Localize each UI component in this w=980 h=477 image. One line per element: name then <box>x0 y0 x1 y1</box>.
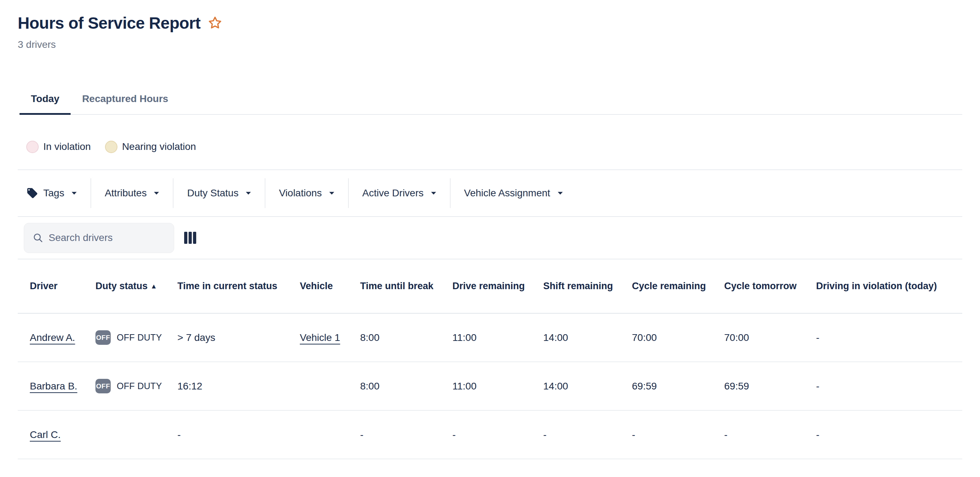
page-header: Hours of Service Report <box>18 13 962 33</box>
column-header-cycle-tomorrow[interactable]: Cycle tomorrow <box>724 260 816 313</box>
search-input[interactable] <box>49 232 165 244</box>
column-header-time-until-break[interactable]: Time until break <box>360 260 452 313</box>
cycle-remaining-cell: 69:59 <box>632 362 724 410</box>
chevron-down-icon <box>71 191 77 195</box>
driving-in-violation-cell: - <box>816 410 962 459</box>
table-row: Carl C. - - - - - - - <box>18 410 962 459</box>
column-header-drive-remaining-label: Drive remaining <box>452 280 525 291</box>
legend-in-violation: In violation <box>26 141 91 153</box>
column-header-driver[interactable]: Driver <box>18 260 95 313</box>
filter-duty-status-label: Duty Status <box>187 187 239 199</box>
chevron-down-icon <box>431 191 436 195</box>
in-violation-swatch-icon <box>26 141 39 153</box>
cycle-tomorrow-cell: - <box>724 410 816 459</box>
column-header-vehicle-label: Vehicle <box>300 280 333 291</box>
search-icon <box>33 233 43 243</box>
filter-active-drivers[interactable]: Active Drivers <box>348 178 450 208</box>
shift-remaining-cell: 14:00 <box>543 362 632 410</box>
time-in-current-status-cell: - <box>177 410 300 459</box>
filter-vehicle-assignment[interactable]: Vehicle Assignment <box>450 178 577 208</box>
cycle-remaining-cell: 70:00 <box>632 313 724 362</box>
hours-of-service-table: Driver Duty status▲ Time in current stat… <box>18 260 962 459</box>
vehicle-cell <box>300 362 360 410</box>
legend-nearing-violation: Nearing violation <box>105 141 196 153</box>
column-header-time-in-current-status[interactable]: Time in current status <box>177 260 300 313</box>
violation-legend: In violation Nearing violation <box>26 140 962 153</box>
filter-violations-label: Violations <box>279 187 322 199</box>
shift-remaining-cell: 14:00 <box>543 313 632 362</box>
column-header-drive-remaining[interactable]: Drive remaining <box>452 260 543 313</box>
search-box <box>24 223 174 253</box>
driver-count-subtitle: 3 drivers <box>18 39 962 50</box>
cycle-tomorrow-cell: 70:00 <box>724 313 816 362</box>
table-row: Barbara B. OFF OFF DUTY 16:12 8:00 11:00… <box>18 362 962 410</box>
chevron-down-icon <box>557 191 563 195</box>
vehicle-cell <box>300 410 360 459</box>
duty-status-badge: OFF <box>95 379 111 393</box>
report-tabs: Today Recaptured Hours <box>19 84 962 115</box>
driving-in-violation-cell: - <box>816 313 962 362</box>
driving-in-violation-cell: - <box>816 362 962 410</box>
columns-icon <box>184 231 196 244</box>
tag-icon <box>26 187 38 199</box>
chevron-down-icon <box>329 191 334 195</box>
vehicle-link[interactable]: Vehicle 1 <box>300 332 340 343</box>
time-until-break-cell: 8:00 <box>360 362 452 410</box>
column-header-cycle-remaining-label: Cycle remaining <box>632 280 706 291</box>
driver-cell: Andrew A. <box>18 313 95 362</box>
drive-remaining-cell: - <box>452 410 543 459</box>
column-header-time-in-current-status-label: Time in current status <box>177 280 277 291</box>
time-in-current-status-cell: > 7 days <box>177 313 300 362</box>
driver-link[interactable]: Barbara B. <box>30 380 77 391</box>
duty-status-label: OFF DUTY <box>117 333 162 343</box>
favorite-star-button[interactable] <box>208 16 223 30</box>
legend-in-violation-label: In violation <box>43 141 91 152</box>
vehicle-cell: Vehicle 1 <box>300 313 360 362</box>
filter-active-drivers-label: Active Drivers <box>362 187 424 199</box>
cycle-remaining-cell: - <box>632 410 724 459</box>
filter-vehicle-assignment-label: Vehicle Assignment <box>464 187 550 199</box>
filter-attributes[interactable]: Attributes <box>91 178 173 208</box>
filter-attributes-label: Attributes <box>105 187 146 199</box>
nearing-violation-swatch-icon <box>105 141 118 153</box>
column-header-duty-status[interactable]: Duty status▲ <box>95 260 177 313</box>
tab-today[interactable]: Today <box>19 84 71 114</box>
sort-ascending-icon: ▲ <box>150 282 157 290</box>
column-header-driving-in-violation[interactable]: Driving in violation (today) <box>816 260 962 313</box>
page-title: Hours of Service Report <box>18 13 200 33</box>
search-toolbar <box>18 217 962 259</box>
filter-tags[interactable]: Tags <box>18 178 91 208</box>
driver-cell: Barbara B. <box>18 362 95 410</box>
column-header-vehicle[interactable]: Vehicle <box>300 260 360 313</box>
column-settings-button[interactable] <box>184 231 196 244</box>
filter-tags-label: Tags <box>43 187 64 199</box>
duty-status-label: OFF DUTY <box>117 381 162 391</box>
table-row: Andrew A. OFF OFF DUTY > 7 days Vehicle … <box>18 313 962 362</box>
column-header-duty-status-label: Duty status <box>95 280 148 291</box>
duty-status-cell: OFF OFF DUTY <box>95 362 177 410</box>
column-header-driving-in-violation-label: Driving in violation (today) <box>816 280 937 291</box>
filter-violations[interactable]: Violations <box>265 178 348 208</box>
time-until-break-cell: - <box>360 410 452 459</box>
drive-remaining-cell: 11:00 <box>452 362 543 410</box>
column-header-shift-remaining-label: Shift remaining <box>543 280 613 291</box>
filter-duty-status[interactable]: Duty Status <box>173 178 265 208</box>
duty-status-cell <box>95 410 177 459</box>
table-header-row: Driver Duty status▲ Time in current stat… <box>18 260 962 313</box>
cycle-tomorrow-cell: 69:59 <box>724 362 816 410</box>
column-header-time-until-break-label: Time until break <box>360 280 434 291</box>
driver-cell: Carl C. <box>18 410 95 459</box>
column-header-cycle-remaining[interactable]: Cycle remaining <box>632 260 724 313</box>
hours-of-service-report-page: Hours of Service Report 3 drivers Today … <box>0 13 980 459</box>
filter-bar: Tags Attributes Duty Status Violations A… <box>18 170 962 216</box>
driver-link[interactable]: Andrew A. <box>30 332 75 343</box>
time-until-break-cell: 8:00 <box>360 313 452 362</box>
tab-recaptured-hours[interactable]: Recaptured Hours <box>71 84 180 114</box>
legend-nearing-violation-label: Nearing violation <box>122 141 196 152</box>
column-header-shift-remaining[interactable]: Shift remaining <box>543 260 632 313</box>
column-header-cycle-tomorrow-label: Cycle tomorrow <box>724 280 797 291</box>
star-icon <box>208 16 223 30</box>
drive-remaining-cell: 11:00 <box>452 313 543 362</box>
duty-status-badge: OFF <box>95 330 111 345</box>
driver-link[interactable]: Carl C. <box>30 429 60 440</box>
